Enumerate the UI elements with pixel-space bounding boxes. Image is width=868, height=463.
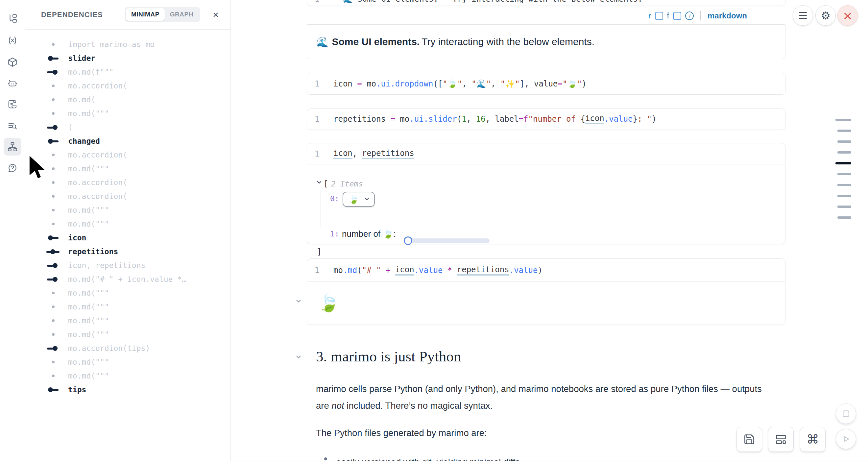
settings-button[interactable]: ⚙ bbox=[815, 5, 836, 26]
cell-tuple-output: [ 2 Items 0: 🍃 1: number of 🍃: ] bbox=[307, 164, 785, 244]
stop-button[interactable] bbox=[836, 403, 856, 424]
minimap-item[interactable]: mo.md(""" bbox=[25, 203, 230, 217]
shutdown-button[interactable]: × bbox=[837, 5, 858, 26]
cell-language-badge[interactable]: markdown bbox=[708, 11, 747, 21]
minimap-item[interactable]: mo.accordion( bbox=[25, 176, 230, 189]
minimap-item[interactable]: mo.md(""" bbox=[25, 328, 230, 341]
cell-intro-code[interactable]: 1 **🌊 Some UI elements.** Try interactin… bbox=[307, 0, 785, 6]
section-paragraph-2: The Python files generated by marimo are… bbox=[316, 425, 776, 441]
minimap-item-label: mo.md(""" bbox=[68, 316, 109, 325]
help-icon[interactable] bbox=[4, 159, 21, 177]
minimap-item[interactable]: tips bbox=[25, 383, 230, 397]
command-icon: ⌘ bbox=[807, 432, 819, 446]
minimap-item[interactable]: mo.accordion( bbox=[25, 79, 230, 93]
cell-marker-dot-icon bbox=[45, 79, 61, 93]
slider-track[interactable] bbox=[408, 238, 490, 243]
notebook-menu-button[interactable] bbox=[793, 5, 813, 26]
chevron-down-icon bbox=[364, 195, 370, 204]
cell-md-output: 🍃 bbox=[307, 282, 785, 324]
minimap-item[interactable]: mo.accordion( bbox=[25, 148, 230, 162]
minimap-item-label: mo.md(""" bbox=[68, 303, 109, 311]
format-checkbox[interactable] bbox=[673, 12, 681, 20]
line-number: 1 bbox=[307, 143, 327, 164]
scroll-dash-active[interactable] bbox=[835, 162, 851, 164]
minimap-item[interactable]: import marimo as mo bbox=[25, 37, 230, 51]
minimap-item-label: mo.accordion( bbox=[68, 192, 127, 200]
dependencies-icon[interactable] bbox=[4, 138, 21, 156]
minimap-item[interactable]: mo.md(""" bbox=[25, 355, 230, 369]
scroll-dash[interactable] bbox=[837, 141, 851, 143]
line-number: 1 bbox=[307, 109, 327, 129]
code-line[interactable]: **🌊 Some UI elements.** Try interacting … bbox=[333, 0, 643, 6]
minimap-item[interactable]: changed bbox=[25, 134, 230, 148]
minimap-list: import marimo as moslidermo.md(f"""mo.ac… bbox=[25, 37, 230, 397]
variables-icon[interactable] bbox=[4, 32, 21, 49]
minimap-item-label: mo.md("# " + icon.value *… bbox=[68, 275, 186, 283]
cell-tuple[interactable]: 1 icon, repetitions [ 2 Items 0: 🍃 1: nu… bbox=[307, 143, 785, 244]
minimap-item[interactable]: icon bbox=[25, 231, 230, 245]
minimap-item[interactable]: mo.md(""" bbox=[25, 162, 230, 176]
scroll-dash[interactable] bbox=[837, 195, 851, 197]
close-panel-button[interactable]: × bbox=[210, 8, 222, 21]
minimap-item[interactable]: slider bbox=[25, 51, 230, 65]
code-line[interactable]: repetitions = mo.ui.slider(1, 16, label=… bbox=[333, 109, 657, 129]
minimap-item[interactable]: mo.md(""" bbox=[25, 300, 230, 314]
minimap-item[interactable]: mo.accordion(tips) bbox=[25, 341, 230, 355]
minimap-item[interactable]: repetitions bbox=[25, 245, 230, 258]
cell-marker-in-icon bbox=[45, 272, 61, 286]
cell-collapse-icon[interactable] bbox=[294, 297, 303, 306]
icon-dropdown-select[interactable]: 🍃 bbox=[343, 192, 375, 207]
packages-icon[interactable] bbox=[4, 53, 21, 71]
section-collapse-icon[interactable] bbox=[294, 352, 303, 362]
tab-graph[interactable]: GRAPH bbox=[165, 8, 198, 21]
save-button[interactable] bbox=[737, 427, 762, 452]
run-button[interactable] bbox=[836, 429, 856, 449]
scroll-position-indicator[interactable] bbox=[835, 119, 852, 227]
ai-assistant-icon[interactable] bbox=[4, 74, 21, 92]
view-mode-tabs: MINIMAP GRAPH bbox=[125, 7, 200, 22]
cell-slider-def[interactable]: 1 repetitions = mo.ui.slider(1, 16, labe… bbox=[307, 109, 785, 130]
cell-marker-in-icon bbox=[45, 65, 61, 79]
snippets-search-icon[interactable] bbox=[4, 117, 21, 134]
scroll-dash[interactable] bbox=[837, 151, 851, 154]
scroll-dash[interactable] bbox=[835, 119, 851, 121]
keyboard-shortcuts-button[interactable]: ⌘ bbox=[800, 427, 826, 452]
collapse-output-icon[interactable] bbox=[315, 178, 323, 187]
cell-md-expr[interactable]: 1 mo.md("# " + icon.value * repetitions.… bbox=[307, 258, 785, 325]
minimap-item[interactable]: mo.md( bbox=[25, 93, 230, 106]
output-text: Try interacting with the below elements. bbox=[422, 36, 594, 48]
code-line[interactable]: icon = mo.ui.dropdown(["🍃", "🌊", "✨"], v… bbox=[333, 73, 587, 94]
minimap-item[interactable]: mo.md(""" bbox=[25, 106, 230, 120]
wave-emoji: 🌊 bbox=[316, 36, 329, 48]
minimap-item[interactable]: mo.md("# " + icon.value *… bbox=[25, 272, 230, 286]
layout-select-button[interactable] bbox=[768, 427, 794, 452]
cell-marker-dot-icon bbox=[45, 369, 61, 383]
toolbar-divider bbox=[700, 11, 701, 21]
minimap-item[interactable]: icon, repetitions bbox=[25, 258, 230, 272]
minimap-item[interactable]: mo.accordion( bbox=[25, 189, 230, 203]
minimap-item[interactable]: mo.md(""" bbox=[25, 314, 230, 328]
minimap-item[interactable]: mo.md(""" bbox=[25, 369, 230, 383]
scroll-dash[interactable] bbox=[837, 129, 851, 132]
code-line[interactable]: mo.md("# " + icon.value * repetitions.va… bbox=[333, 259, 542, 281]
tab-minimap[interactable]: MINIMAP bbox=[126, 8, 165, 21]
code-line[interactable]: icon, repetitions bbox=[333, 143, 414, 164]
minimap-item[interactable]: mo.md(""" bbox=[25, 217, 230, 231]
scroll-dash[interactable] bbox=[837, 206, 851, 208]
slider-handle[interactable] bbox=[404, 237, 412, 245]
scroll-dash[interactable] bbox=[837, 216, 851, 219]
scroll-dash[interactable] bbox=[837, 184, 851, 186]
info-icon[interactable]: i bbox=[685, 11, 694, 20]
minimap-item[interactable]: ( bbox=[25, 120, 230, 134]
logs-icon[interactable] bbox=[4, 95, 21, 113]
output-bold-text: Some UI elements. bbox=[332, 36, 420, 48]
reactive-checkbox[interactable] bbox=[655, 12, 663, 20]
minimap-item[interactable]: mo.md(""" bbox=[25, 286, 230, 300]
cell-dropdown-def[interactable]: 1 icon = mo.ui.dropdown(["🍃", "🌊", "✨"],… bbox=[307, 73, 785, 95]
minimap-item-label: icon bbox=[68, 234, 86, 242]
cell-marker-out-icon bbox=[45, 383, 61, 397]
file-tree-icon[interactable] bbox=[4, 10, 21, 28]
scroll-dash[interactable] bbox=[837, 173, 851, 175]
cell-marker-dot-icon bbox=[45, 300, 61, 314]
minimap-item[interactable]: mo.md(f""" bbox=[25, 65, 230, 79]
